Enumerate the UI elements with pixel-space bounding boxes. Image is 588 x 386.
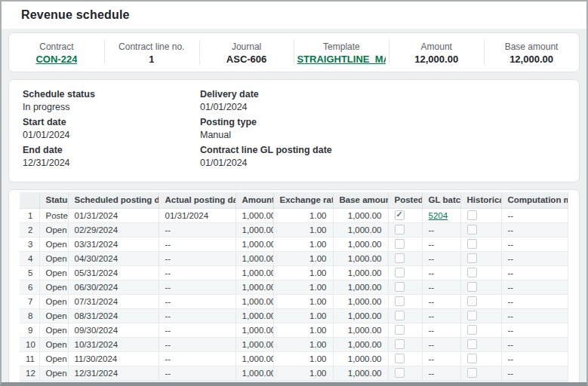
posted-checkbox[interactable] xyxy=(395,210,405,220)
row-number: 5 xyxy=(20,265,39,280)
historical-checkbox[interactable] xyxy=(467,268,477,277)
contract-line-gl-posting-date-value: 01/01/2024 xyxy=(200,157,579,169)
scheduled-posting-date-cell: 06/30/2024 xyxy=(68,280,159,294)
computation-memo-cell: -- xyxy=(501,265,568,280)
posting-type-value: Manual xyxy=(200,129,579,141)
scheduled-posting-date-cell: 05/31/2024 xyxy=(68,265,159,280)
posted-cell xyxy=(388,265,422,280)
actual-posting-date-cell: -- xyxy=(159,308,236,323)
row-number: 6 xyxy=(20,280,39,294)
row-number: 11 xyxy=(20,351,39,366)
row-number: 9 xyxy=(20,323,39,337)
status-cell: Open xyxy=(39,351,68,366)
journal-value: ASC-606 xyxy=(226,53,266,66)
posted-checkbox[interactable] xyxy=(395,296,405,306)
table-row: 3Open03/31/2024--1,000.001.001,000.00---… xyxy=(20,237,568,251)
gl-batch-link[interactable]: 5204 xyxy=(429,211,448,220)
posted-checkbox[interactable] xyxy=(395,239,405,249)
table-header-row: Status Scheduled posting date Actual pos… xyxy=(20,192,568,208)
historical-checkbox[interactable] xyxy=(467,210,477,220)
row-number: 4 xyxy=(20,251,39,265)
posted-checkbox[interactable] xyxy=(395,253,405,263)
scheduled-posting-date-cell: 03/31/2024 xyxy=(68,237,159,251)
posted-checkbox[interactable] xyxy=(395,225,405,234)
status-cell: Open xyxy=(39,323,68,337)
template-link[interactable]: STRAIGHTLINE_MANUAL xyxy=(297,54,386,65)
historical-checkbox[interactable] xyxy=(467,282,477,292)
template-label: Template xyxy=(323,41,360,53)
exchange-rate-cell: 1.00 xyxy=(273,323,333,337)
amount-cell: 1,000.00 xyxy=(236,323,273,337)
historical-checkbox[interactable] xyxy=(467,253,477,263)
col-header-actual-posting-date: Actual posting date xyxy=(159,192,236,208)
historical-checkbox[interactable] xyxy=(467,354,477,363)
table-row: 8Open08/31/2024--1,000.001.001,000.00---… xyxy=(20,308,568,323)
col-header-base-amount: Base amount xyxy=(333,192,388,208)
amount-cell: 1,000.00 xyxy=(236,265,273,280)
gl-batch-cell: -- xyxy=(422,323,460,337)
posted-checkbox[interactable] xyxy=(395,311,405,320)
gl-batch-cell: -- xyxy=(422,265,460,280)
page-title: Revenue schedule xyxy=(21,8,130,22)
delivery-date-value: 01/01/2024 xyxy=(200,101,579,113)
contract-line-gl-posting-date-label: Contract line GL posting date xyxy=(200,144,579,157)
status-cell: Open xyxy=(39,366,68,380)
posted-cell xyxy=(388,280,422,294)
details-left-column: Schedule status In progress Start date 0… xyxy=(23,88,200,172)
exchange-rate-cell: 1.00 xyxy=(273,237,333,251)
table-row: 9Open09/30/2024--1,000.001.001,000.00---… xyxy=(20,323,568,337)
table-row: 7Open07/31/2024--1,000.001.001,000.00---… xyxy=(20,294,568,308)
contract-line-gl-posting-date-field: Contract line GL posting date 01/01/2024 xyxy=(200,144,579,169)
summary-amount: Amount 12,000.00 xyxy=(389,33,484,72)
table-row: 2Open02/29/2024--1,000.001.001,000.00---… xyxy=(20,222,568,237)
scheduled-posting-date-cell: 11/30/2024 xyxy=(68,351,159,366)
historical-cell xyxy=(460,237,501,251)
historical-checkbox[interactable] xyxy=(467,296,477,306)
historical-cell xyxy=(460,308,501,323)
exchange-rate-cell: 1.00 xyxy=(273,337,333,351)
posted-cell xyxy=(388,323,422,337)
summary-journal: Journal ASC-606 xyxy=(199,33,294,72)
status-cell: Open xyxy=(39,337,68,351)
computation-memo-cell: -- xyxy=(501,323,568,337)
historical-checkbox[interactable] xyxy=(467,239,477,249)
title-bar: Revenue schedule xyxy=(2,2,586,29)
gl-batch-cell: -- xyxy=(422,237,460,251)
historical-checkbox[interactable] xyxy=(467,325,477,335)
summary-base-amount: Base amount 12,000.00 xyxy=(484,33,579,72)
scheduled-posting-date-cell: 02/29/2024 xyxy=(68,222,159,237)
posted-checkbox[interactable] xyxy=(395,368,405,378)
schedule-status-field: Schedule status In progress xyxy=(23,88,200,113)
exchange-rate-cell: 1.00 xyxy=(273,208,333,222)
historical-checkbox[interactable] xyxy=(467,311,477,320)
posted-checkbox[interactable] xyxy=(395,339,405,349)
scheduled-posting-date-cell: 04/30/2024 xyxy=(68,251,159,265)
summary-card: Contract CON-224 Contract line no. 1 Jou… xyxy=(8,32,580,72)
actual-posting-date-cell: -- xyxy=(159,323,236,337)
scheduled-posting-date-cell: 09/30/2024 xyxy=(68,323,159,337)
base-amount-cell: 1,000.00 xyxy=(333,294,388,308)
posted-checkbox[interactable] xyxy=(395,325,405,335)
historical-cell xyxy=(460,323,501,337)
total-amount: 12,000.00 xyxy=(236,380,273,386)
row-number: 3 xyxy=(20,237,39,251)
actual-posting-date-cell: -- xyxy=(159,251,236,265)
row-number: 8 xyxy=(20,308,39,323)
posted-checkbox[interactable] xyxy=(395,354,405,363)
historical-checkbox[interactable] xyxy=(467,368,477,378)
posted-checkbox[interactable] xyxy=(395,282,405,292)
posted-cell xyxy=(388,294,422,308)
historical-checkbox[interactable] xyxy=(467,339,477,349)
status-cell: Open xyxy=(39,308,68,323)
contract-link[interactable]: CON-224 xyxy=(35,54,77,65)
schedule-table-card: Status Scheduled posting date Actual pos… xyxy=(8,189,580,386)
table-row: 5Open05/31/2024--1,000.001.001,000.00---… xyxy=(20,265,568,280)
exchange-rate-cell: 1.00 xyxy=(273,265,333,280)
start-date-field: Start date 01/01/2024 xyxy=(23,116,200,141)
posted-checkbox[interactable] xyxy=(395,268,405,277)
exchange-rate-cell: 1.00 xyxy=(273,280,333,294)
status-cell: Open xyxy=(39,294,68,308)
col-header-posted: Posted xyxy=(388,192,422,208)
end-date-field: End date 12/31/2024 xyxy=(23,144,200,169)
historical-checkbox[interactable] xyxy=(467,225,477,234)
